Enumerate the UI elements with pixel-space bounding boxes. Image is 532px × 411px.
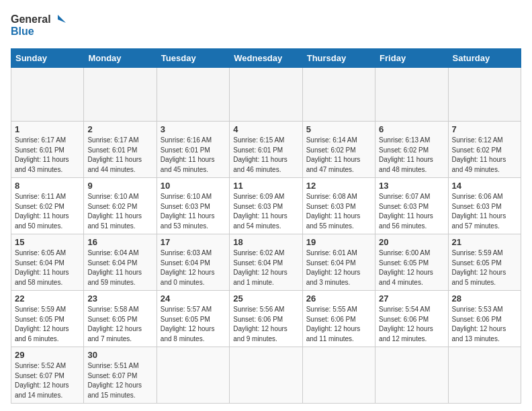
day-header-sunday: Sunday bbox=[11, 49, 84, 68]
calendar-cell bbox=[157, 68, 229, 122]
calendar-cell: 29Sunrise: 5:52 AMSunset: 6:07 PMDayligh… bbox=[11, 347, 84, 404]
week-row-2: 1Sunrise: 6:17 AMSunset: 6:01 PMDaylight… bbox=[11, 122, 521, 178]
day-info: Sunrise: 5:55 AMSunset: 6:06 PMDaylight:… bbox=[306, 305, 371, 344]
calendar-cell bbox=[157, 347, 229, 404]
calendar-cell: 30Sunrise: 5:51 AMSunset: 6:07 PMDayligh… bbox=[84, 347, 157, 404]
day-info: Sunrise: 5:58 AMSunset: 6:05 PMDaylight:… bbox=[87, 305, 152, 344]
day-number: 28 bbox=[452, 293, 517, 304]
calendar-cell: 3Sunrise: 6:16 AMSunset: 6:01 PMDaylight… bbox=[157, 122, 229, 178]
calendar-cell bbox=[448, 68, 521, 122]
calendar-cell: 14Sunrise: 6:06 AMSunset: 6:03 PMDayligh… bbox=[448, 178, 521, 234]
day-number: 16 bbox=[87, 237, 152, 247]
day-info: Sunrise: 6:16 AMSunset: 6:01 PMDaylight:… bbox=[161, 136, 226, 175]
week-row-6: 29Sunrise: 5:52 AMSunset: 6:07 PMDayligh… bbox=[11, 347, 521, 404]
day-number: 19 bbox=[306, 237, 371, 247]
calendar-cell: 15Sunrise: 6:05 AMSunset: 6:04 PMDayligh… bbox=[11, 234, 84, 291]
calendar-cell: 9Sunrise: 6:10 AMSunset: 6:02 PMDaylight… bbox=[84, 178, 157, 234]
calendar-cell: 20Sunrise: 6:00 AMSunset: 6:05 PMDayligh… bbox=[375, 234, 448, 291]
day-header-monday: Monday bbox=[84, 49, 157, 68]
day-info: Sunrise: 6:03 AMSunset: 6:04 PMDaylight:… bbox=[161, 248, 226, 287]
day-info: Sunrise: 6:10 AMSunset: 6:03 PMDaylight:… bbox=[161, 192, 226, 231]
day-info: Sunrise: 6:06 AMSunset: 6:03 PMDaylight:… bbox=[452, 192, 517, 231]
day-number: 18 bbox=[233, 237, 298, 247]
calendar-cell: 24Sunrise: 5:57 AMSunset: 6:05 PMDayligh… bbox=[157, 291, 229, 347]
logo: GeneralBlue bbox=[11, 11, 71, 40]
calendar-cell: 23Sunrise: 5:58 AMSunset: 6:05 PMDayligh… bbox=[84, 291, 157, 347]
day-number: 4 bbox=[233, 124, 298, 134]
calendar-cell bbox=[302, 68, 375, 122]
day-info: Sunrise: 6:01 AMSunset: 6:04 PMDaylight:… bbox=[306, 248, 371, 287]
day-number: 26 bbox=[306, 293, 371, 304]
calendar-cell: 12Sunrise: 6:08 AMSunset: 6:03 PMDayligh… bbox=[302, 178, 375, 234]
calendar-cell: 22Sunrise: 5:59 AMSunset: 6:05 PMDayligh… bbox=[11, 291, 84, 347]
day-info: Sunrise: 5:56 AMSunset: 6:06 PMDaylight:… bbox=[233, 305, 298, 344]
day-number: 3 bbox=[161, 124, 226, 134]
day-header-tuesday: Tuesday bbox=[157, 49, 229, 68]
day-info: Sunrise: 6:00 AMSunset: 6:05 PMDaylight:… bbox=[379, 248, 444, 287]
day-number: 30 bbox=[87, 350, 152, 360]
day-info: Sunrise: 6:04 AMSunset: 6:04 PMDaylight:… bbox=[87, 248, 152, 287]
calendar-cell: 27Sunrise: 5:54 AMSunset: 6:06 PMDayligh… bbox=[375, 291, 448, 347]
day-header-thursday: Thursday bbox=[302, 49, 375, 68]
day-number: 17 bbox=[161, 237, 226, 247]
day-info: Sunrise: 6:08 AMSunset: 6:03 PMDaylight:… bbox=[306, 192, 371, 231]
logo-svg: GeneralBlue bbox=[11, 11, 71, 40]
week-row-1 bbox=[11, 68, 521, 122]
calendar-cell: 5Sunrise: 6:14 AMSunset: 6:02 PMDaylight… bbox=[302, 122, 375, 178]
day-info: Sunrise: 6:12 AMSunset: 6:02 PMDaylight:… bbox=[452, 136, 517, 175]
calendar-cell: 16Sunrise: 6:04 AMSunset: 6:04 PMDayligh… bbox=[84, 234, 157, 291]
day-info: Sunrise: 6:15 AMSunset: 6:01 PMDaylight:… bbox=[233, 136, 298, 175]
day-number: 27 bbox=[379, 293, 444, 304]
svg-text:Blue: Blue bbox=[11, 26, 34, 37]
calendar-cell: 2Sunrise: 6:17 AMSunset: 6:01 PMDaylight… bbox=[84, 122, 157, 178]
day-number: 24 bbox=[161, 293, 226, 304]
calendar-cell bbox=[11, 68, 84, 122]
week-row-3: 8Sunrise: 6:11 AMSunset: 6:02 PMDaylight… bbox=[11, 178, 521, 234]
day-number: 11 bbox=[233, 181, 298, 191]
day-info: Sunrise: 6:14 AMSunset: 6:02 PMDaylight:… bbox=[306, 136, 371, 175]
day-info: Sunrise: 6:10 AMSunset: 6:02 PMDaylight:… bbox=[87, 192, 152, 231]
calendar-cell: 28Sunrise: 5:53 AMSunset: 6:06 PMDayligh… bbox=[448, 291, 521, 347]
svg-marker-2 bbox=[58, 15, 66, 23]
day-info: Sunrise: 6:07 AMSunset: 6:03 PMDaylight:… bbox=[379, 192, 444, 231]
calendar-cell: 17Sunrise: 6:03 AMSunset: 6:04 PMDayligh… bbox=[157, 234, 229, 291]
calendar-cell: 4Sunrise: 6:15 AMSunset: 6:01 PMDaylight… bbox=[230, 122, 302, 178]
day-info: Sunrise: 6:11 AMSunset: 6:02 PMDaylight:… bbox=[15, 192, 80, 231]
calendar-cell: 19Sunrise: 6:01 AMSunset: 6:04 PMDayligh… bbox=[302, 234, 375, 291]
day-info: Sunrise: 6:05 AMSunset: 6:04 PMDaylight:… bbox=[15, 248, 80, 287]
day-number: 2 bbox=[87, 124, 152, 134]
day-number: 8 bbox=[15, 181, 80, 191]
calendar-cell: 10Sunrise: 6:10 AMSunset: 6:03 PMDayligh… bbox=[157, 178, 229, 234]
calendar-cell: 13Sunrise: 6:07 AMSunset: 6:03 PMDayligh… bbox=[375, 178, 448, 234]
day-header-friday: Friday bbox=[375, 49, 448, 68]
day-number: 12 bbox=[306, 181, 371, 191]
day-number: 25 bbox=[233, 293, 298, 304]
calendar-cell: 21Sunrise: 5:59 AMSunset: 6:05 PMDayligh… bbox=[448, 234, 521, 291]
day-number: 7 bbox=[452, 124, 517, 134]
calendar-cell: 8Sunrise: 6:11 AMSunset: 6:02 PMDaylight… bbox=[11, 178, 84, 234]
day-number: 6 bbox=[379, 124, 444, 134]
calendar-cell bbox=[302, 347, 375, 404]
day-number: 21 bbox=[452, 237, 517, 247]
calendar-header-row: SundayMondayTuesdayWednesdayThursdayFrid… bbox=[11, 49, 521, 68]
calendar-cell: 1Sunrise: 6:17 AMSunset: 6:01 PMDaylight… bbox=[11, 122, 84, 178]
calendar-cell bbox=[230, 68, 302, 122]
calendar-cell: 11Sunrise: 6:09 AMSunset: 6:03 PMDayligh… bbox=[230, 178, 302, 234]
day-header-wednesday: Wednesday bbox=[230, 49, 302, 68]
week-row-5: 22Sunrise: 5:59 AMSunset: 6:05 PMDayligh… bbox=[11, 291, 521, 347]
calendar-cell: 25Sunrise: 5:56 AMSunset: 6:06 PMDayligh… bbox=[230, 291, 302, 347]
calendar-cell: 18Sunrise: 6:02 AMSunset: 6:04 PMDayligh… bbox=[230, 234, 302, 291]
week-row-4: 15Sunrise: 6:05 AMSunset: 6:04 PMDayligh… bbox=[11, 234, 521, 291]
day-info: Sunrise: 6:17 AMSunset: 6:01 PMDaylight:… bbox=[87, 136, 152, 175]
day-number: 23 bbox=[87, 293, 152, 304]
calendar-cell bbox=[448, 347, 521, 404]
calendar-cell bbox=[375, 347, 448, 404]
day-number: 5 bbox=[306, 124, 371, 134]
day-info: Sunrise: 6:13 AMSunset: 6:02 PMDaylight:… bbox=[379, 136, 444, 175]
day-info: Sunrise: 5:54 AMSunset: 6:06 PMDaylight:… bbox=[379, 305, 444, 344]
day-info: Sunrise: 5:57 AMSunset: 6:05 PMDaylight:… bbox=[161, 305, 226, 344]
day-number: 15 bbox=[15, 237, 80, 247]
svg-text:General: General bbox=[11, 13, 51, 25]
day-info: Sunrise: 5:59 AMSunset: 6:05 PMDaylight:… bbox=[452, 248, 517, 287]
day-info: Sunrise: 6:09 AMSunset: 6:03 PMDaylight:… bbox=[233, 192, 298, 231]
